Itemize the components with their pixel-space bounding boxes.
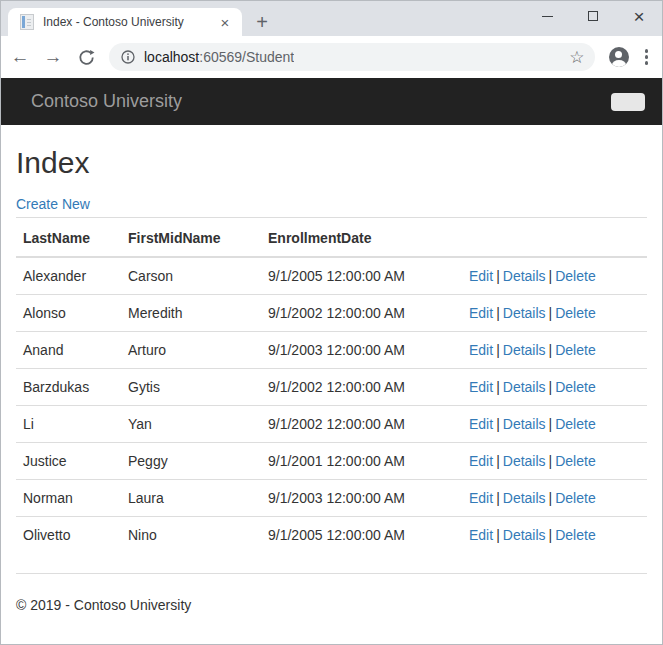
menu-kebab-icon[interactable] <box>641 45 653 69</box>
minimize-bar-icon <box>542 16 553 17</box>
delete-link[interactable]: Delete <box>555 453 595 469</box>
edit-link[interactable]: Edit <box>469 379 493 395</box>
create-new-link[interactable]: Create New <box>16 196 90 212</box>
delete-link[interactable]: Delete <box>555 268 595 284</box>
cell-enrollmentdate: 9/1/2005 12:00:00 AM <box>261 257 462 295</box>
table-row: Norman Laura 9/1/2003 12:00:00 AM Edit|D… <box>16 480 647 517</box>
footer-text: © 2019 - Contoso University <box>16 595 647 615</box>
info-icon <box>121 50 135 64</box>
details-link[interactable]: Details <box>503 416 546 432</box>
delete-link[interactable]: Delete <box>555 305 595 321</box>
page-title: Index <box>16 146 647 179</box>
delete-link[interactable]: Delete <box>555 342 595 358</box>
navbar-brand[interactable]: Contoso University <box>16 91 182 112</box>
bookmark-star-icon[interactable]: ☆ <box>569 47 584 68</box>
cell-lastname: Li <box>16 406 121 443</box>
cell-actions: Edit|Details|Delete <box>462 517 647 554</box>
details-link[interactable]: Details <box>503 527 546 543</box>
table-row: Anand Arturo 9/1/2003 12:00:00 AM Edit|D… <box>16 332 647 369</box>
url-text: localhost:60569/Student <box>144 49 294 65</box>
new-tab-button[interactable]: + <box>249 9 275 35</box>
cell-lastname: Justice <box>16 443 121 480</box>
details-link[interactable]: Details <box>503 342 546 358</box>
details-link[interactable]: Details <box>503 379 546 395</box>
cell-lastname: Barzdukas <box>16 369 121 406</box>
close-button[interactable]: × <box>616 1 662 31</box>
maximize-square-icon <box>588 11 598 21</box>
edit-link[interactable]: Edit <box>469 416 493 432</box>
edit-link[interactable]: Edit <box>469 453 493 469</box>
cell-lastname: Alexander <box>16 257 121 295</box>
edit-link[interactable]: Edit <box>469 342 493 358</box>
header-firstmidname: FirstMidName <box>121 218 261 258</box>
cell-actions: Edit|Details|Delete <box>462 369 647 406</box>
browser-toolbar: ← → localhost:60569/Student ☆ <box>1 36 662 78</box>
back-button[interactable]: ← <box>6 43 34 71</box>
url-host: localhost <box>144 49 199 65</box>
cell-lastname: Norman <box>16 480 121 517</box>
tab-title: Index - Contoso University <box>43 15 216 29</box>
cell-firstmidname: Meredith <box>121 295 261 332</box>
profile-avatar-icon[interactable] <box>609 47 629 67</box>
cell-lastname: Anand <box>16 332 121 369</box>
cell-enrollmentdate: 9/1/2001 12:00:00 AM <box>261 443 462 480</box>
cell-firstmidname: Arturo <box>121 332 261 369</box>
browser-tab[interactable]: Index - Contoso University × <box>8 8 242 36</box>
browser-window: Index - Contoso University × + × ← → loc… <box>0 0 663 645</box>
table-header-row: LastName FirstMidName EnrollmentDate <box>16 218 647 258</box>
delete-link[interactable]: Delete <box>555 490 595 506</box>
edit-link[interactable]: Edit <box>469 268 493 284</box>
maximize-button[interactable] <box>570 1 616 31</box>
edit-link[interactable]: Edit <box>469 527 493 543</box>
cell-actions: Edit|Details|Delete <box>462 257 647 295</box>
page-content: Index Create New LastName FirstMidName E… <box>1 146 662 615</box>
table-row: Olivetto Nino 9/1/2005 12:00:00 AM Edit|… <box>16 517 647 554</box>
cell-firstmidname: Yan <box>121 406 261 443</box>
cell-firstmidname: Laura <box>121 480 261 517</box>
cell-enrollmentdate: 9/1/2002 12:00:00 AM <box>261 406 462 443</box>
reload-icon <box>78 49 95 66</box>
cell-enrollmentdate: 9/1/2002 12:00:00 AM <box>261 369 462 406</box>
edit-link[interactable]: Edit <box>469 305 493 321</box>
table-row: Barzdukas Gytis 9/1/2002 12:00:00 AM Edi… <box>16 369 647 406</box>
cell-actions: Edit|Details|Delete <box>462 443 647 480</box>
cell-actions: Edit|Details|Delete <box>462 332 647 369</box>
details-link[interactable]: Details <box>503 490 546 506</box>
table-row: Li Yan 9/1/2002 12:00:00 AM Edit|Details… <box>16 406 647 443</box>
table-row: Justice Peggy 9/1/2001 12:00:00 AM Edit|… <box>16 443 647 480</box>
footer-divider <box>16 573 647 574</box>
forward-button[interactable]: → <box>39 43 67 71</box>
cell-enrollmentdate: 9/1/2002 12:00:00 AM <box>261 295 462 332</box>
cell-firstmidname: Carson <box>121 257 261 295</box>
table-row: Alonso Meredith 9/1/2002 12:00:00 AM Edi… <box>16 295 647 332</box>
forward-arrow-icon: → <box>44 46 63 68</box>
cell-enrollmentdate: 9/1/2003 12:00:00 AM <box>261 332 462 369</box>
cell-enrollmentdate: 9/1/2003 12:00:00 AM <box>261 480 462 517</box>
cell-actions: Edit|Details|Delete <box>462 295 647 332</box>
delete-link[interactable]: Delete <box>555 416 595 432</box>
delete-link[interactable]: Delete <box>555 379 595 395</box>
details-link[interactable]: Details <box>503 453 546 469</box>
address-bar[interactable]: localhost:60569/Student ☆ <box>109 43 595 71</box>
back-arrow-icon: ← <box>11 46 30 68</box>
details-link[interactable]: Details <box>503 305 546 321</box>
cell-lastname: Olivetto <box>16 517 121 554</box>
url-path: :60569/Student <box>199 49 294 65</box>
header-enrollmentdate: EnrollmentDate <box>261 218 462 258</box>
cell-enrollmentdate: 9/1/2005 12:00:00 AM <box>261 517 462 554</box>
minimize-button[interactable] <box>524 1 570 31</box>
cell-actions: Edit|Details|Delete <box>462 406 647 443</box>
cell-lastname: Alonso <box>16 295 121 332</box>
close-x-icon: × <box>633 7 644 26</box>
navbar-toggler[interactable] <box>611 93 645 111</box>
cell-firstmidname: Nino <box>121 517 261 554</box>
delete-link[interactable]: Delete <box>555 527 595 543</box>
edit-link[interactable]: Edit <box>469 490 493 506</box>
cell-firstmidname: Gytis <box>121 369 261 406</box>
create-new-row: Create New <box>16 194 647 214</box>
reload-button[interactable] <box>72 43 100 71</box>
details-link[interactable]: Details <box>503 268 546 284</box>
tab-close-icon[interactable]: × <box>216 13 234 31</box>
table-row: Alexander Carson 9/1/2005 12:00:00 AM Ed… <box>16 257 647 295</box>
tab-strip: Index - Contoso University × + × <box>1 1 662 36</box>
